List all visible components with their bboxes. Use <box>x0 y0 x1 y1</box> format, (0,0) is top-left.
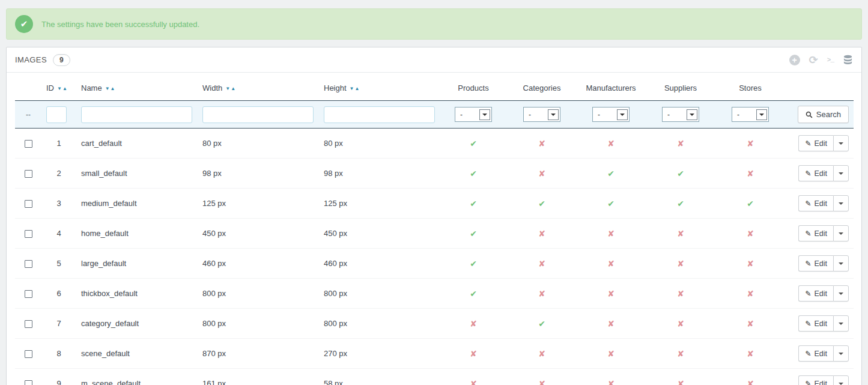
row-checkbox[interactable] <box>25 350 32 358</box>
caret-down-icon <box>839 262 843 267</box>
check-icon: ✔ <box>747 199 754 208</box>
row-name: cart_default <box>76 129 198 159</box>
edit-button[interactable]: ✎ Edit <box>798 375 833 385</box>
cross-icon: ✘ <box>607 259 615 268</box>
table-row: 4 home_default 450 px 450 px ✔ ✘ ✘ ✘ ✘ ✎… <box>15 219 854 249</box>
edit-button[interactable]: ✎ Edit <box>798 195 833 211</box>
cross-icon: ✘ <box>747 289 754 299</box>
terminal-icon: >_ <box>827 56 834 64</box>
stores-filter-select[interactable]: - <box>732 107 769 122</box>
row-checkbox[interactable] <box>25 260 32 268</box>
column-header-stores: Stores <box>715 75 785 101</box>
edit-dropdown-toggle[interactable] <box>833 225 849 241</box>
suppliers-filter-select[interactable]: - <box>662 107 699 122</box>
row-width: 800 px <box>198 279 319 309</box>
column-header-name[interactable]: Name▼▲ <box>76 75 198 101</box>
width-filter-input[interactable] <box>202 106 314 123</box>
check-icon: ✔ <box>470 229 477 238</box>
edit-dropdown-toggle[interactable] <box>833 285 849 302</box>
column-header-manufacturers: Manufacturers <box>576 75 646 101</box>
export-button[interactable] <box>843 55 853 65</box>
edit-button[interactable]: ✎ Edit <box>798 345 833 362</box>
table-row: 2 small_default 98 px 98 px ✔ ✘ ✔ ✔ ✘ ✎ … <box>15 159 854 189</box>
caret-down-icon <box>839 353 843 357</box>
check-icon: ✔ <box>470 199 477 208</box>
id-filter-input[interactable] <box>46 106 67 123</box>
cross-icon: ✘ <box>607 139 615 148</box>
row-id: 5 <box>41 249 76 279</box>
row-width: 870 px <box>198 339 319 369</box>
row-checkbox[interactable] <box>25 290 32 298</box>
pencil-icon: ✎ <box>805 380 811 385</box>
row-name: large_default <box>76 249 198 279</box>
categories-filter-select[interactable]: - <box>523 107 560 122</box>
edit-dropdown-toggle[interactable] <box>833 195 849 211</box>
check-icon: ✔ <box>538 319 545 329</box>
edit-dropdown-toggle[interactable] <box>833 345 849 362</box>
cross-icon: ✘ <box>747 169 754 178</box>
checkbox-column-header <box>15 75 41 101</box>
table-row: 3 medium_default 125 px 125 px ✔ ✔ ✔ ✔ ✔… <box>15 189 854 219</box>
row-width: 125 px <box>198 189 319 219</box>
row-checkbox[interactable] <box>25 320 32 328</box>
cross-icon: ✘ <box>747 229 754 238</box>
row-width: 98 px <box>198 159 319 189</box>
edit-button[interactable]: ✎ Edit <box>798 225 833 241</box>
edit-dropdown-toggle[interactable] <box>833 135 849 151</box>
column-header-products: Products <box>439 75 508 101</box>
cross-icon: ✘ <box>470 349 477 359</box>
pencil-icon: ✎ <box>805 169 811 178</box>
sql-query-button[interactable]: >_ <box>827 56 834 64</box>
name-filter-input[interactable] <box>81 106 192 123</box>
row-name: home_default <box>76 219 198 249</box>
edit-dropdown-toggle[interactable] <box>833 375 849 385</box>
edit-button[interactable]: ✎ Edit <box>798 165 833 181</box>
pencil-icon: ✎ <box>805 350 811 358</box>
edit-button[interactable]: ✎ Edit <box>798 135 833 151</box>
column-header-width[interactable]: Width▼▲ <box>198 75 319 101</box>
products-filter-select[interactable]: - <box>455 107 492 122</box>
row-height: 125 px <box>319 189 439 219</box>
edit-dropdown-toggle[interactable] <box>833 165 849 181</box>
cross-icon: ✘ <box>607 319 615 329</box>
edit-dropdown-toggle[interactable] <box>833 315 849 332</box>
cross-icon: ✘ <box>677 139 684 148</box>
check-circle-icon: ✔ <box>15 15 33 33</box>
refresh-button[interactable]: ⟳ <box>809 55 818 65</box>
search-button[interactable]: Search <box>798 106 849 123</box>
panel-toolbar: + ⟳ >_ <box>789 55 853 65</box>
row-checkbox[interactable] <box>25 170 32 178</box>
column-header-height[interactable]: Height▼▲ <box>319 75 439 101</box>
edit-dropdown-toggle[interactable] <box>833 255 849 271</box>
row-checkbox[interactable] <box>25 140 32 148</box>
check-icon: ✔ <box>607 199 615 208</box>
row-checkbox[interactable] <box>25 380 32 385</box>
column-header-id[interactable]: ID▼▲ <box>41 75 76 101</box>
cross-icon: ✘ <box>747 259 754 268</box>
table-row: 9 m_scene_default 161 px 58 px ✘ ✘ ✘ ✘ ✘… <box>15 369 854 385</box>
row-checkbox[interactable] <box>25 230 32 238</box>
row-id: 8 <box>41 339 76 369</box>
cross-icon: ✘ <box>470 379 477 385</box>
row-height: 450 px <box>319 219 439 249</box>
row-height: 98 px <box>319 159 439 189</box>
sort-icons: ▼▲ <box>57 86 68 91</box>
row-name: category_default <box>76 309 198 339</box>
manufacturers-filter-select[interactable]: - <box>592 107 630 122</box>
row-width: 450 px <box>198 219 319 249</box>
page-title: IMAGES <box>15 55 47 64</box>
edit-button[interactable]: ✎ Edit <box>798 285 833 302</box>
edit-button[interactable]: ✎ Edit <box>798 255 833 271</box>
edit-button[interactable]: ✎ Edit <box>798 315 833 332</box>
pencil-icon: ✎ <box>805 199 811 208</box>
add-new-button[interactable]: + <box>789 55 800 65</box>
table-filter-row: -- - - - - - Search <box>15 101 854 129</box>
row-id: 4 <box>41 219 76 249</box>
panel-heading: IMAGES 9 + ⟳ >_ <box>7 47 861 73</box>
caret-down-icon <box>839 202 843 207</box>
height-filter-input[interactable] <box>324 106 435 123</box>
row-checkbox[interactable] <box>25 200 32 208</box>
caret-down-icon <box>839 323 843 327</box>
row-actions: ✎ Edit <box>798 195 849 211</box>
select-caret-icon <box>548 109 559 120</box>
